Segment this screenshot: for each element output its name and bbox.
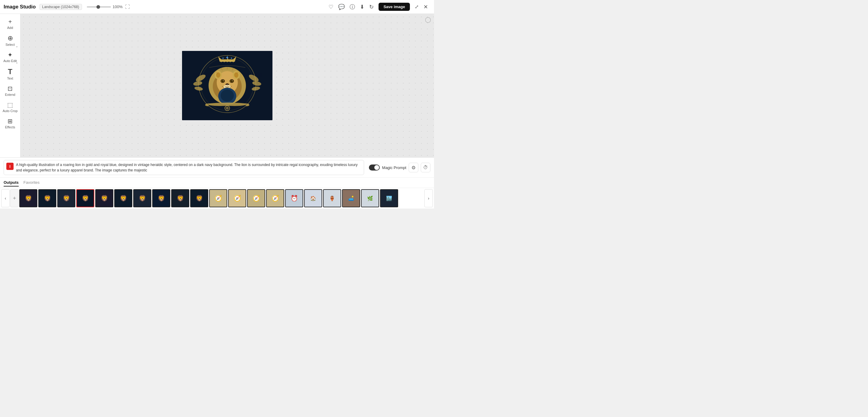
fullscreen-icon[interactable]: ⛶: [125, 4, 130, 10]
svg-point-9: [231, 58, 232, 59]
header: Image Studio Landscape (1024x768) 100% ⛶…: [0, 0, 434, 14]
format-label: Landscape (1024x768): [39, 4, 82, 10]
extend-label: Extend: [5, 93, 15, 96]
thumbnail-3[interactable]: 🦁: [57, 189, 75, 207]
thumbnail-16[interactable]: 🏠: [304, 189, 322, 207]
add-tool[interactable]: + Add: [1, 16, 19, 32]
auto-crop-tool[interactable]: ⬚ Auto Crop: [1, 99, 19, 115]
tabs-row: Outputs Favorites: [0, 178, 434, 188]
thumb-prev-button[interactable]: ‹: [1, 189, 10, 207]
tab-outputs[interactable]: Outputs: [4, 179, 19, 187]
thumbnail-19[interactable]: 🌿: [361, 189, 379, 207]
add-label: Add: [7, 26, 13, 30]
save-button[interactable]: Save image: [378, 3, 410, 11]
canvas-area: ◯: [21, 14, 434, 157]
thumbnail-9[interactable]: 🦁: [171, 189, 189, 207]
auto-edit-icon: ✦: [7, 52, 13, 58]
text-icon: T: [8, 68, 12, 75]
thumbnail-1[interactable]: 🦁: [19, 189, 37, 207]
extend-tool[interactable]: ⊡ Extend: [1, 83, 19, 99]
svg-point-46: [221, 90, 234, 101]
thumbnail-8[interactable]: 🦁: [152, 189, 170, 207]
thumbnail-18[interactable]: 🛋️: [342, 189, 360, 207]
thumb-scroll: 🦁 🦁 🦁 🦁 🦁 🦁 🦁 🦁 🦁 🦁 🧭 🧭 🧭 🧭 ⏰ 🏠 🏺 🛋️ 🌿 🏙…: [19, 189, 424, 207]
effects-icon: ⊞: [7, 118, 13, 124]
thumbnail-15[interactable]: ⏰: [285, 189, 303, 207]
auto-edit-arrow: ▾: [16, 62, 18, 64]
svg-point-10: [221, 61, 222, 62]
tab-favorites[interactable]: Favorites: [24, 179, 39, 187]
thumbnail-4[interactable]: 🦁: [76, 189, 94, 207]
svg-point-14: [233, 61, 234, 62]
svg-point-11: [224, 61, 225, 62]
svg-point-7: [226, 57, 228, 59]
effects-label: Effects: [5, 125, 15, 129]
thumb-next-button[interactable]: ›: [424, 189, 433, 207]
svg-point-12: [227, 61, 228, 62]
select-arrow: ▾: [16, 45, 18, 48]
auto-crop-label: Auto Crop: [3, 109, 18, 113]
thumb-add-button[interactable]: +: [10, 189, 19, 207]
select-icon: ⊕: [7, 35, 13, 41]
download-button[interactable]: ⬇: [360, 4, 364, 10]
feedback-button[interactable]: 💬: [338, 4, 345, 10]
thumbnails-strip: ‹ + 🦁 🦁 🦁 🦁 🦁 🦁 🦁 🦁 🦁 🦁 🧭 🧭 🧭 🧭 ⏰ 🏠 🏺 🛋️: [0, 188, 434, 208]
main-layout: + Add ⊕ Select ▾ ✦ Auto Edit ▾ T Text ⊡ …: [0, 14, 434, 157]
svg-point-34: [223, 81, 224, 81]
corner-resize-icon: ◯: [425, 17, 431, 23]
thumbnail-6[interactable]: 🦁: [114, 189, 132, 207]
effects-tool[interactable]: ⊞ Effects: [1, 116, 19, 131]
thumbnail-5[interactable]: 🦁: [95, 189, 113, 207]
left-toolbar: + Add ⊕ Select ▾ ✦ Auto Edit ▾ T Text ⊡ …: [0, 14, 21, 157]
extend-icon: ⊡: [7, 86, 13, 92]
prompt-history-button[interactable]: ⏱: [421, 163, 430, 172]
auto-crop-icon: ⬚: [7, 102, 13, 108]
heart-button[interactable]: ♡: [329, 4, 333, 10]
svg-point-53: [226, 107, 229, 110]
select-label: Select: [5, 43, 15, 46]
thumbnail-2[interactable]: 🦁: [38, 189, 56, 207]
svg-point-41: [222, 86, 223, 87]
prompt-settings-button[interactable]: ⚙: [409, 163, 418, 172]
canvas-corner: ◯: [425, 16, 431, 23]
thumbnail-14[interactable]: 🧭: [266, 189, 284, 207]
app-title: Image Studio: [4, 4, 36, 10]
refresh-button[interactable]: ↻: [369, 4, 374, 10]
thumbnail-17[interactable]: 🏺: [323, 189, 341, 207]
svg-point-26: [216, 72, 220, 78]
zoom-percent: 100%: [113, 4, 123, 9]
svg-point-44: [230, 87, 230, 88]
svg-point-27: [234, 72, 239, 78]
magic-prompt-area: Magic Prompt ⚙ ⏱: [369, 160, 430, 175]
auto-edit-tool[interactable]: ✦ Auto Edit ▾: [1, 50, 19, 65]
thumbnail-12[interactable]: 🧭: [228, 189, 246, 207]
text-tool[interactable]: T Text: [1, 66, 19, 83]
thumbnail-10[interactable]: 🦁: [190, 189, 208, 207]
canvas-image: [182, 51, 273, 120]
bottom-panel: I A high-quality illustration of a roari…: [0, 157, 434, 208]
add-icon: +: [8, 19, 12, 25]
svg-point-42: [223, 87, 224, 88]
prompt-text[interactable]: A high-quality illustration of a roaring…: [16, 162, 361, 173]
expand-button[interactable]: ⤢: [415, 4, 418, 10]
zoom-area: 100% ⛶: [87, 4, 130, 10]
magic-prompt-label: Magic Prompt: [382, 165, 406, 170]
header-actions: ♡ 💬 ⓘ ⬇ ↻ Save image ⤢ ✕: [329, 3, 428, 11]
svg-point-13: [230, 61, 231, 62]
zoom-slider[interactable]: [87, 6, 111, 7]
thumbnail-7[interactable]: 🦁: [133, 189, 151, 207]
svg-point-43: [231, 86, 231, 87]
thumbnail-13[interactable]: 🧭: [247, 189, 265, 207]
svg-point-35: [232, 81, 233, 81]
text-label: Text: [7, 76, 13, 80]
prompt-area: I A high-quality illustration of a roari…: [0, 158, 434, 178]
info-button[interactable]: ⓘ: [350, 3, 355, 10]
thumbnail-11[interactable]: 🧭: [209, 189, 227, 207]
close-button[interactable]: ✕: [424, 4, 428, 10]
select-tool[interactable]: ⊕ Select ▾: [1, 33, 19, 49]
prompt-indicator: I: [6, 163, 13, 170]
auto-edit-label: Auto Edit: [3, 59, 17, 63]
svg-point-8: [222, 58, 224, 59]
magic-prompt-toggle[interactable]: [369, 164, 380, 170]
thumbnail-20[interactable]: 🏙️: [380, 189, 398, 207]
